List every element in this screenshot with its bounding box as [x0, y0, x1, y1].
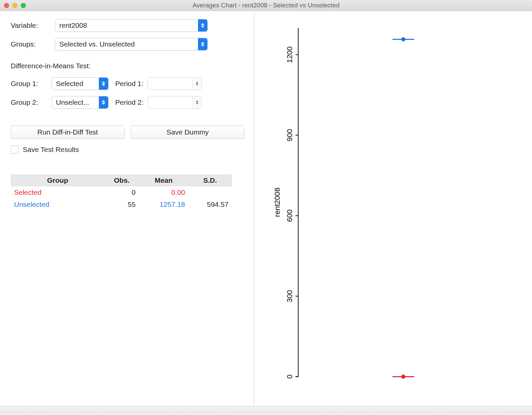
table-row: Selected00.00	[11, 186, 232, 198]
svg-text:900: 900	[285, 129, 294, 141]
zoom-icon[interactable]	[21, 3, 26, 8]
app-window: Averages Chart - rent2008 - Selected vs …	[0, 0, 532, 414]
cell-obs: 0	[105, 186, 139, 198]
col-obs: Obs.	[105, 174, 139, 186]
content: Variable: rent2008 Groups: Selected vs. …	[0, 11, 532, 406]
svg-text:0: 0	[285, 375, 294, 379]
chevrons-icon	[198, 19, 207, 31]
groups-label: Groups:	[11, 40, 51, 48]
run-diff-label: Run Diff-in-Diff Test	[38, 128, 98, 136]
titlebar: Averages Chart - rent2008 - Selected vs …	[0, 0, 532, 11]
svg-point-14	[401, 37, 405, 42]
chart-pane: 03006009001200rent2008	[254, 11, 532, 406]
table-row: Unselected551257.18594.57	[11, 198, 232, 211]
period2-value	[148, 96, 192, 108]
group2-value: Unselect...	[52, 96, 99, 108]
minimize-icon[interactable]	[12, 3, 17, 8]
variable-value: rent2008	[55, 19, 198, 31]
save-results-label: Save Test Results	[23, 146, 79, 154]
traffic-lights	[0, 3, 26, 8]
svg-point-16	[401, 375, 405, 379]
groups-value: Selected vs. Unselected	[55, 38, 198, 50]
col-sd: S.D.	[188, 174, 232, 186]
group2-label: Group 2:	[11, 98, 48, 106]
period1-value	[148, 78, 192, 90]
cell-group: Unselected	[11, 198, 105, 211]
cell-group: Selected	[11, 186, 105, 198]
chevrons-icon	[99, 78, 108, 90]
group1-label: Group 1:	[11, 80, 48, 88]
svg-text:rent2008: rent2008	[273, 187, 281, 217]
averages-chart: 03006009001200rent2008	[264, 21, 522, 390]
cell-mean: 1257.18	[139, 198, 189, 211]
svg-text:1200: 1200	[285, 47, 294, 63]
col-group: Group	[11, 174, 105, 186]
close-icon[interactable]	[4, 3, 9, 8]
groups-select[interactable]: Selected vs. Unselected	[55, 38, 208, 51]
period2-stepper[interactable]	[147, 96, 202, 109]
col-mean: Mean	[139, 174, 189, 186]
controls-pane: Variable: rent2008 Groups: Selected vs. …	[0, 11, 254, 406]
cell-obs: 55	[105, 198, 139, 211]
group2-select[interactable]: Unselect...	[52, 96, 109, 109]
cell-sd	[188, 186, 232, 198]
stepper-arrows-icon	[192, 78, 201, 90]
run-diff-button[interactable]: Run Diff-in-Diff Test	[11, 126, 125, 139]
group1-select[interactable]: Selected	[52, 77, 109, 90]
stepper-arrows-icon	[192, 96, 201, 108]
table-header-row: Group Obs. Mean S.D.	[11, 174, 232, 186]
period1-label: Period 1:	[115, 80, 143, 88]
footer-bar	[0, 406, 532, 414]
chevrons-icon	[99, 96, 108, 108]
cell-mean: 0.00	[139, 186, 189, 198]
variable-label: Variable:	[11, 21, 51, 29]
group1-value: Selected	[52, 78, 99, 90]
results-table: Group Obs. Mean S.D. Selected00.00Unsele…	[11, 174, 232, 211]
diff-header: Difference-in-Means Test:	[11, 62, 245, 70]
period2-label: Period 2:	[115, 98, 143, 106]
chevrons-icon	[198, 38, 207, 50]
save-dummy-button[interactable]: Save Dummy	[131, 126, 245, 139]
save-results-checkbox[interactable]	[11, 146, 19, 154]
cell-sd: 594.57	[188, 198, 232, 211]
svg-text:300: 300	[285, 290, 294, 302]
variable-select[interactable]: rent2008	[55, 19, 208, 32]
save-dummy-label: Save Dummy	[167, 128, 209, 136]
period1-stepper[interactable]	[147, 77, 202, 90]
svg-text:600: 600	[285, 210, 294, 222]
window-title: Averages Chart - rent2008 - Selected vs …	[0, 2, 532, 9]
